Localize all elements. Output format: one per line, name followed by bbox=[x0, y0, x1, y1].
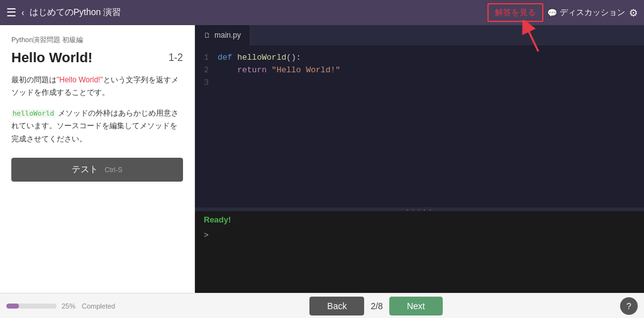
terminal-prompt: > bbox=[204, 231, 209, 240]
back-arrow-icon[interactable]: ‹ bbox=[21, 8, 25, 18]
top-header: ☰ ‹ はじめてのPython 演習 解答を見る 💬 ディスカッション ⚙ bbox=[0, 0, 644, 25]
test-button[interactable]: テスト Ctrl-S bbox=[11, 158, 183, 182]
right-panel: 🗋 main.py 1 def helloWorld(): 2 return "… bbox=[195, 25, 644, 293]
progress-percent: 25% bbox=[62, 302, 75, 310]
progress-bar-fill bbox=[6, 304, 19, 309]
bottom-bar: 25% Completed Back 2/8 Next ? bbox=[0, 293, 644, 318]
problem-description-1: 最初の問題は"Hello World!"という文字列を返すメソッドを作成すること… bbox=[11, 74, 183, 99]
main-content: Python演習問題 初級編 Hello World! 1-2 最初の問題は"H… bbox=[0, 25, 644, 293]
progress-section: 25% Completed bbox=[6, 302, 132, 310]
highlight-hello-world: "Hello World!" bbox=[57, 75, 103, 84]
completed-label: Completed bbox=[82, 302, 115, 310]
course-title: はじめてのPython 演習 bbox=[30, 7, 487, 18]
discussion-button[interactable]: 💬 ディスカッション bbox=[547, 7, 625, 18]
header-right: 解答を見る 💬 ディスカッション ⚙ bbox=[487, 3, 638, 22]
terminal-status: Ready! bbox=[195, 211, 644, 228]
next-button[interactable]: Next bbox=[389, 297, 443, 315]
test-shortcut: Ctrl-S bbox=[104, 166, 122, 173]
highlight-method-name: helloWorld bbox=[11, 109, 55, 118]
show-answer-button[interactable]: 解答を見る bbox=[487, 3, 543, 22]
problem-number: 1-2 bbox=[169, 52, 183, 63]
left-panel: Python演習問題 初級編 Hello World! 1-2 最初の問題は"H… bbox=[0, 25, 195, 293]
page-indicator: 2/8 bbox=[370, 301, 382, 311]
file-tab-bar: 🗋 main.py bbox=[195, 25, 644, 45]
chat-icon: 💬 bbox=[547, 8, 557, 18]
code-line-3: 3 bbox=[195, 77, 644, 89]
terminal-panel: Ready! > bbox=[195, 211, 644, 293]
code-line-2: 2 return "Hello World!" bbox=[195, 64, 644, 77]
settings-button[interactable]: ⚙ bbox=[629, 7, 638, 19]
terminal-body: > bbox=[195, 228, 644, 243]
problem-category: Python演習問題 初級編 bbox=[11, 35, 183, 45]
code-editor[interactable]: 1 def helloWorld(): 2 return "Hello Worl… bbox=[195, 45, 644, 207]
help-button[interactable]: ? bbox=[620, 297, 638, 315]
back-button[interactable]: Back bbox=[309, 297, 364, 315]
progress-bar-container bbox=[6, 304, 57, 309]
hamburger-icon[interactable]: ☰ bbox=[6, 6, 16, 19]
problem-header: Hello World! 1-2 bbox=[11, 50, 183, 66]
file-tab-main-py[interactable]: 🗋 main.py bbox=[195, 25, 250, 45]
code-line-1: 1 def helloWorld(): bbox=[195, 52, 644, 64]
problem-description-2: helloWorld メソッドの外枠はあらかじめ用意されています。ソースコードを… bbox=[11, 107, 183, 145]
nav-center: Back 2/8 Next bbox=[132, 297, 620, 315]
file-icon: 🗋 bbox=[204, 31, 211, 39]
problem-title: Hello World! bbox=[11, 50, 92, 66]
